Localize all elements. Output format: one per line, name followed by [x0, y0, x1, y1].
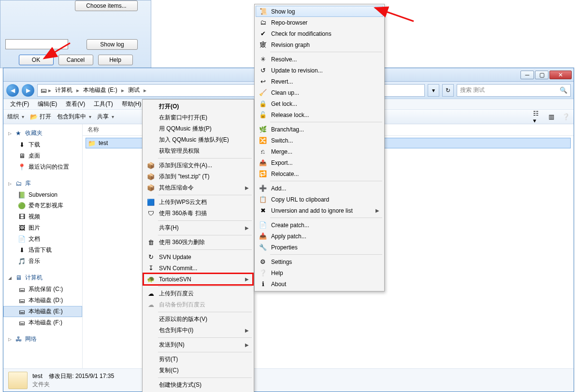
sidebar-item[interactable]: 🖥桌面 — [3, 150, 82, 161]
menu-item[interactable]: ↺Update to revision... — [256, 65, 383, 76]
breadcrumb-folder[interactable]: 测试 — [125, 85, 143, 96]
preview-pane-icon[interactable]: ▥ — [548, 113, 555, 121]
sidebar-item[interactable]: 🖴本地磁盘 (D:) — [3, 295, 82, 306]
menu-item[interactable]: 剪切(T) — [144, 354, 253, 365]
breadcrumb-drive[interactable]: 本地磁盘 (E:) — [80, 85, 120, 96]
help-icon[interactable]: ❔ — [562, 113, 570, 121]
breadcrumb-computer[interactable]: 计算机 — [52, 85, 75, 96]
menu-edit[interactable]: 编辑(E) — [34, 99, 61, 109]
copyurl-icon: 📋 — [259, 196, 267, 203]
menu-item[interactable]: 发送到(N)▶ — [144, 339, 253, 350]
menu-item[interactable]: 加入 QQMusic 播放队列(E) — [144, 134, 253, 145]
menu-item[interactable]: 🔒Get lock... — [256, 98, 383, 109]
search-input[interactable]: 搜索 测试 🔍 — [457, 84, 571, 97]
menu-item: ☁自动备份到百度云 — [144, 299, 253, 310]
close-button[interactable]: ✕ — [549, 71, 572, 79]
update-icon: ↺ — [259, 67, 267, 74]
sidebar-item[interactable]: 📍最近访问的位置 — [3, 161, 82, 173]
menu-item[interactable]: 🟦上传到WPS云文档 — [144, 197, 253, 208]
minimize-button[interactable]: ─ — [520, 71, 534, 79]
menu-item[interactable]: ✔Check for modifications — [256, 28, 383, 39]
sidebar-item[interactable]: 🖼图片 — [3, 222, 82, 233]
sidebar-item[interactable]: 🖴本地磁盘 (E:) — [3, 306, 82, 317]
sidebar-item[interactable]: 🖴系统保留 (C:) — [3, 284, 82, 295]
forward-button[interactable]: ▶ — [22, 84, 34, 97]
view-options-icon[interactable]: ☷ ▾ — [533, 113, 541, 121]
menu-item[interactable]: 复制(C) — [144, 365, 253, 376]
menu-item[interactable]: 🗑使用 360强力删除 — [144, 237, 253, 248]
sidebar-libraries-header[interactable]: ▷🗂库 — [3, 177, 82, 189]
menu-item[interactable]: 🕸Revision graph — [256, 39, 383, 50]
menu-tools[interactable]: 工具(T) — [90, 99, 116, 109]
menu-item[interactable]: 📄Create patch... — [256, 219, 383, 231]
sidebar-item[interactable]: 🎞视频 — [3, 211, 82, 222]
menu-item[interactable]: ↻SVN Update — [144, 251, 253, 262]
apply-icon: 📥 — [259, 232, 267, 240]
menu-item[interactable]: 创建快捷方式(S) — [144, 379, 253, 391]
choose-items-button[interactable]: Choose items... — [75, 0, 138, 11]
show-log-button[interactable]: Show log — [87, 39, 138, 50]
menu-file[interactable]: 文件(F) — [6, 99, 33, 109]
menu-item[interactable]: ✖Unversion and add to ignore list▶ — [256, 205, 383, 216]
menu-item[interactable]: ✳Resolve... — [256, 54, 383, 65]
menu-item[interactable]: 用 QQMusic 播放(P) — [144, 123, 253, 134]
menu-item[interactable]: 📋Copy URL to clipboard — [256, 194, 383, 205]
menu-item[interactable]: ➕Add... — [256, 183, 383, 194]
sidebar-item[interactable]: ⬇迅雷下载 — [3, 245, 82, 256]
menu-item[interactable]: 获取管理员权限 — [144, 145, 253, 157]
back-button[interactable]: ◀ — [6, 84, 19, 97]
sidebar-favorites-header[interactable]: ▷★收藏夹 — [3, 127, 82, 139]
menu-item[interactable]: 📜Show log — [256, 6, 383, 17]
menu-help[interactable]: 帮助(H) — [118, 99, 145, 109]
menu-item[interactable]: 打开(O) — [144, 101, 253, 112]
menu-item[interactable]: ↧SVN Commit... — [144, 262, 253, 274]
menu-item[interactable]: 🔓Release lock... — [256, 109, 383, 120]
sidebar-item[interactable]: 📗Subversion — [3, 189, 82, 200]
file-name: test — [99, 140, 108, 146]
menu-item[interactable]: 🔧Properties — [256, 242, 383, 253]
switch-icon: 🔀 — [259, 137, 267, 145]
include-in-library-button[interactable]: 包含到库中 — [57, 113, 91, 121]
dialog-text-input[interactable] — [5, 39, 68, 49]
menu-item[interactable]: 包含到库中(I)▶ — [144, 325, 253, 336]
menu-item[interactable]: 🛡使用 360杀毒 扫描 — [144, 208, 253, 219]
menu-item[interactable]: ☁上传到百度云 — [144, 288, 253, 299]
menu-item-label: Update to revision... — [271, 67, 323, 74]
menu-item[interactable]: 🔁Relocate... — [256, 168, 383, 179]
menu-item[interactable]: 在新窗口中打开(E) — [144, 112, 253, 123]
menu-item[interactable]: 🔀Switch... — [256, 135, 383, 146]
share-button[interactable]: 共享 — [97, 113, 114, 121]
menu-item[interactable]: ℹAbout — [256, 278, 383, 290]
menu-item[interactable]: 🗂Repo-browser — [256, 17, 383, 28]
menu-item[interactable]: 📥Apply patch... — [256, 231, 383, 242]
menu-item[interactable]: ⚙Settings — [256, 256, 383, 267]
ok-button[interactable]: OK — [19, 55, 54, 65]
menu-item[interactable]: 共享(H)▶ — [144, 222, 253, 233]
menu-item[interactable]: 🐢TortoiseSVN▶ — [144, 274, 253, 285]
open-button[interactable]: 📂 打开 — [30, 113, 51, 121]
menu-item[interactable]: 📤Export... — [256, 157, 383, 168]
sidebar-item[interactable]: 🟢爱奇艺影视库 — [3, 200, 82, 211]
help-button[interactable]: Help — [98, 55, 133, 65]
menu-item[interactable]: 📦添加到 "test.zip" (T) — [144, 171, 253, 182]
breadcrumb-dropdown[interactable]: ▾ — [428, 84, 439, 97]
menu-item[interactable]: ⎌Merge... — [256, 146, 383, 157]
cancel-button[interactable]: Cancel — [58, 55, 93, 65]
sidebar-item[interactable]: 🖴本地磁盘 (F:) — [3, 317, 82, 328]
refresh-button[interactable]: ↻ — [442, 84, 454, 97]
menu-view[interactable]: 查看(V) — [62, 99, 89, 109]
sidebar-item[interactable]: ⬇下载 — [3, 139, 82, 150]
menu-item[interactable]: 📦其他压缩命令▶ — [144, 182, 253, 193]
menu-item[interactable]: ❔Help — [256, 267, 383, 278]
menu-item[interactable]: 🧹Clean up... — [256, 87, 383, 98]
menu-item[interactable]: 还原以前的版本(V) — [144, 314, 253, 325]
maximize-button[interactable]: ▢ — [535, 71, 548, 79]
menu-item[interactable]: 📦添加到压缩文件(A)... — [144, 160, 253, 171]
sidebar-computer-header[interactable]: ◢🖥计算机 — [3, 272, 82, 284]
sidebar-network-header[interactable]: ▷🖧网络 — [3, 333, 82, 345]
menu-item[interactable]: ↩Revert... — [256, 76, 383, 87]
sidebar-item[interactable]: 🎵音乐 — [3, 256, 82, 267]
sidebar-item[interactable]: 📄文档 — [3, 233, 82, 245]
menu-item[interactable]: 🌿Branch/tag... — [256, 124, 383, 135]
organize-button[interactable]: 组织 — [7, 113, 24, 121]
